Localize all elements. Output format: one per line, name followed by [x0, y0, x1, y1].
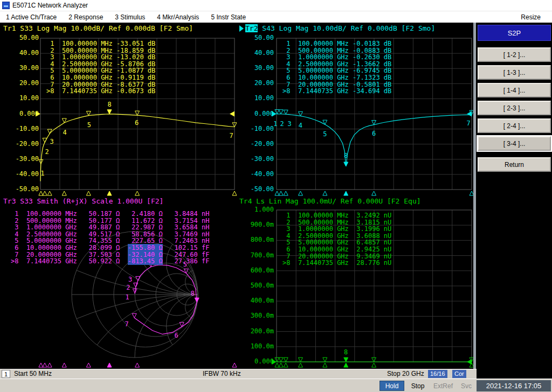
trace1-title: Tr1 S33 Log Mag 10.00dB/ Ref 0.000dB [F2… — [3, 24, 193, 32]
window-title: E5071C Network Analyzer — [12, 2, 88, 9]
svg-text:2: 2 — [126, 284, 130, 291]
sweep-start-label: Start 50 MHz — [14, 370, 52, 378]
tr1-axis-label: 30.00 — [9, 65, 39, 72]
trace2-title: Tr2 S43 Log Mag 10.00dB/ Ref 0.000dB [F2… — [239, 24, 435, 32]
tr1-axis-label: 20.00 — [9, 80, 39, 87]
tr4-axis-label: 1.000 — [244, 206, 274, 213]
svg-text:1: 1 — [40, 170, 44, 177]
svg-text:1: 1 — [273, 120, 277, 128]
tr1-marker-table: 1 100.00000 MHz -33.051 dB 2 500.00000 M… — [46, 40, 155, 95]
tr4-axis-label: 200.0m — [244, 328, 274, 335]
menu-resize[interactable]: Resize — [515, 13, 547, 21]
menu-active-ch-trace[interactable]: 1 Active Ch/Trace — [0, 13, 63, 21]
tr2-marker-table: 1 100.00000 MHz -0.0183 dB 2 500.00000 M… — [282, 40, 391, 95]
svg-text:6: 6 — [372, 130, 376, 137]
svg-text:5: 5 — [87, 121, 91, 129]
softkey-3-4[interactable]: [ 3-4 ]... — [478, 136, 551, 151]
svg-text:5: 5 — [323, 130, 327, 138]
softkey-2-3[interactable]: [ 2-3 ]... — [478, 101, 551, 115]
svg-text:6: 6 — [175, 332, 178, 339]
menu-response[interactable]: 2 Response — [63, 13, 109, 21]
instrument-display: 1234567812345678123456788 Tr1 S33 Log Ma… — [0, 23, 477, 369]
tr2-axis-label: -50.00 — [244, 186, 274, 193]
svg-text:8: 8 — [107, 101, 111, 108]
menu-bar: 1 Active Ch/Trace 2 Response 3 Stimulus … — [0, 11, 552, 23]
tr1-axis-label: -30.00 — [9, 156, 39, 163]
tr4-axis-label: 500.0m — [244, 282, 274, 289]
averaging-badge: 16/16 — [428, 370, 447, 378]
tr1-axis-label: -40.00 — [9, 171, 39, 178]
tr2-axis-label: -30.00 — [244, 156, 274, 163]
display-right-divider — [473, 23, 476, 369]
softkey-1-3[interactable]: [ 1-3 ]... — [478, 65, 551, 80]
softkey-menu-title: S2P — [478, 25, 551, 41]
tr2-axis-label: 0.000 — [244, 110, 274, 117]
softkey-return[interactable]: Return — [478, 157, 551, 172]
menu-instr-state[interactable]: 5 Instr State — [205, 13, 252, 21]
svg-text:3: 3 — [128, 276, 132, 283]
hold-button[interactable]: Hold — [380, 381, 404, 391]
menu-stimulus[interactable]: 3 Stimulus — [109, 13, 151, 21]
tr1-axis-label: 0.000 — [9, 110, 39, 117]
tr2-axis-label: 40.00 — [244, 50, 274, 57]
svg-text:2: 2 — [280, 120, 284, 128]
tr2-axis-label: -40.00 — [244, 171, 274, 178]
app-icon — [2, 2, 10, 9]
tr2-axis-label: 50.00 — [244, 34, 274, 41]
extref-button[interactable]: ExtRef — [430, 381, 456, 391]
svg-text:8: 8 — [344, 348, 348, 356]
active-trace-badge: Tr2 — [245, 24, 258, 32]
svg-text:3: 3 — [288, 120, 292, 128]
tr4-marker-table: 1 100.00000 MHz 3.2492 nU 2 500.00000 MH… — [282, 212, 391, 267]
softkey-1-4[interactable]: [ 1-4 ]... — [478, 83, 551, 97]
tr2-axis-label: -20.00 — [244, 141, 274, 148]
svg-text:7: 7 — [125, 320, 129, 328]
correction-badge: Cor — [452, 370, 466, 378]
tr4-axis-label: 100.0m — [244, 343, 274, 350]
tr1-axis-label: -20.00 — [9, 141, 39, 148]
trace2-title-text: S43 Log Mag 10.00dB/ Ref 0.000dB [F2 Smo… — [258, 24, 435, 32]
active-trace-arrow-icon — [239, 25, 244, 32]
svg-text:4: 4 — [63, 129, 67, 136]
menu-mkr-analysis[interactable]: 4 Mkr/Analysis — [151, 13, 205, 21]
trace3-title: Tr3 S33 Smith (R+jX) Scale 1.000U [F2] — [3, 197, 163, 205]
clock-display: 2021-12-16 17:05 — [477, 380, 551, 391]
svg-text:1: 1 — [126, 293, 129, 301]
softkey-2-4[interactable]: [ 2-4 ]... — [478, 118, 551, 133]
tr4-axis-label: 400.0m — [244, 297, 274, 304]
tr2-axis-label: 10.00 — [244, 95, 274, 102]
svg-text:6: 6 — [135, 119, 139, 127]
tr4-axis-label: 0.000 — [244, 358, 274, 365]
svg-text:2: 2 — [45, 148, 49, 156]
svg-text:3: 3 — [50, 138, 54, 145]
tr1-axis-label: 40.00 — [9, 50, 39, 57]
tr2-axis-label: 20.00 — [244, 80, 274, 87]
tr4-axis-label: 800.0m — [244, 236, 274, 243]
tr4-axis-label: 300.0m — [244, 312, 274, 319]
tr2-axis-label: 30.00 — [244, 65, 274, 72]
channel-number-box: 1 — [2, 370, 10, 378]
task-bar: Hold Stop ExtRef Svc 2021-12-16 17:05 — [0, 379, 552, 392]
sweep-stop-label: Stop 20 GHz — [387, 370, 424, 378]
tr1-axis-label: 50.00 — [9, 34, 39, 41]
ifbw-label: IFBW 70 kHz — [203, 370, 241, 378]
status-bar: 1 Start 50 MHz IFBW 70 kHz Stop 20 GHz 1… — [0, 369, 477, 379]
trace4-title: Tr4 Ls Lin Mag 100.0mU/ Ref 0.000U [F2 E… — [239, 197, 421, 205]
svg-text:7: 7 — [466, 120, 470, 127]
tr4-axis-label: 600.0m — [244, 267, 274, 274]
svg-text:7: 7 — [229, 132, 233, 139]
tr1-axis-label: -10.00 — [9, 125, 39, 132]
tr4-axis-label: 700.0m — [244, 252, 274, 259]
tr1-axis-label: -50.00 — [9, 186, 39, 193]
tr1-axis-label: 10.00 — [9, 95, 39, 102]
window-titlebar: E5071C Network Analyzer — [0, 0, 552, 11]
stop-button[interactable]: Stop — [408, 381, 428, 391]
tr4-axis-label: 900.0m — [244, 221, 274, 228]
softkey-panel: S2P [ 1-2 ]... [ 1-3 ]... [ 1-4 ]... [ 2… — [477, 23, 552, 379]
svg-text:4: 4 — [299, 122, 302, 129]
tr3-marker-table: 1 100.00000 MHz 50.187 Ω 2.4180 Ω 3.8484… — [11, 211, 209, 265]
softkey-1-2[interactable]: [ 1-2 ]... — [478, 47, 551, 62]
svc-button[interactable]: Svc — [458, 381, 474, 391]
tr2-axis-label: -10.00 — [244, 125, 274, 132]
svg-text:8: 8 — [344, 152, 348, 159]
